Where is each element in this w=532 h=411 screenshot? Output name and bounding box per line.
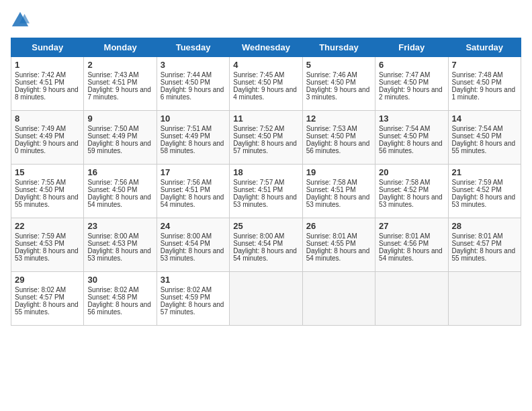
calendar-cell: 30Sunrise: 8:02 AMSunset: 4:58 PMDayligh…	[84, 272, 157, 326]
calendar-cell: 26Sunrise: 8:01 AMSunset: 4:55 PMDayligh…	[302, 218, 375, 272]
day-number: 25	[233, 221, 298, 231]
calendar-cell: 5Sunrise: 7:46 AMSunset: 4:50 PMDaylight…	[302, 57, 375, 111]
col-header-friday: Friday	[375, 38, 448, 57]
day-number: 9	[87, 113, 152, 124]
day-number: 3	[161, 60, 226, 70]
col-header-thursday: Thursday	[302, 38, 375, 57]
calendar-cell: 1Sunrise: 7:42 AMSunset: 4:51 PMDaylight…	[11, 57, 84, 111]
day-number: 29	[15, 275, 80, 285]
col-header-sunday: Sunday	[11, 38, 84, 57]
day-number: 22	[15, 221, 80, 231]
calendar-cell: 28Sunrise: 8:01 AMSunset: 4:57 PMDayligh…	[448, 218, 521, 272]
calendar-cell: 11Sunrise: 7:52 AMSunset: 4:50 PMDayligh…	[230, 111, 302, 165]
day-number: 11	[233, 113, 298, 124]
day-number: 27	[379, 221, 444, 231]
calendar-week-row: 8Sunrise: 7:49 AMSunset: 4:49 PMDaylight…	[11, 111, 521, 165]
day-info: Sunrise: 7:51 AMSunset: 4:49 PMDaylight:…	[161, 125, 224, 154]
calendar-cell: 2Sunrise: 7:43 AMSunset: 4:51 PMDaylight…	[84, 57, 157, 111]
day-number: 28	[452, 221, 517, 231]
day-info: Sunrise: 7:44 AMSunset: 4:50 PMDaylight:…	[161, 71, 224, 101]
day-number: 13	[379, 113, 444, 124]
day-number: 24	[161, 221, 226, 231]
calendar-cell: 3Sunrise: 7:44 AMSunset: 4:50 PMDaylight…	[157, 57, 229, 111]
day-info: Sunrise: 7:42 AMSunset: 4:51 PMDaylight:…	[15, 71, 79, 101]
day-number: 23	[87, 221, 152, 231]
calendar-week-row: 1Sunrise: 7:42 AMSunset: 4:51 PMDaylight…	[11, 57, 521, 111]
logo-icon	[11, 11, 30, 30]
page-header	[11, 11, 521, 30]
day-number: 1	[15, 60, 80, 70]
calendar-cell: 10Sunrise: 7:51 AMSunset: 4:49 PMDayligh…	[157, 111, 229, 165]
day-info: Sunrise: 7:52 AMSunset: 4:50 PMDaylight:…	[233, 125, 297, 154]
day-number: 7	[452, 60, 517, 70]
col-header-wednesday: Wednesday	[230, 38, 302, 57]
col-header-monday: Monday	[84, 38, 157, 57]
day-info: Sunrise: 7:58 AMSunset: 4:51 PMDaylight:…	[306, 179, 370, 208]
day-info: Sunrise: 7:59 AMSunset: 4:52 PMDaylight:…	[452, 179, 516, 208]
day-info: Sunrise: 7:53 AMSunset: 4:50 PMDaylight:…	[306, 125, 370, 154]
calendar-cell	[448, 272, 521, 326]
day-number: 6	[379, 60, 444, 70]
logo	[11, 11, 32, 30]
day-info: Sunrise: 8:02 AMSunset: 4:59 PMDaylight:…	[161, 286, 224, 316]
calendar-cell: 8Sunrise: 7:49 AMSunset: 4:49 PMDaylight…	[11, 111, 84, 165]
day-info: Sunrise: 8:01 AMSunset: 4:55 PMDaylight:…	[306, 232, 370, 262]
day-number: 15	[15, 167, 80, 177]
calendar-cell: 23Sunrise: 8:00 AMSunset: 4:53 PMDayligh…	[84, 218, 157, 272]
day-info: Sunrise: 8:02 AMSunset: 4:57 PMDaylight:…	[15, 286, 79, 316]
calendar-cell	[302, 272, 375, 326]
day-info: Sunrise: 7:54 AMSunset: 4:50 PMDaylight:…	[452, 125, 516, 154]
calendar-cell: 31Sunrise: 8:02 AMSunset: 4:59 PMDayligh…	[157, 272, 229, 326]
day-number: 2	[87, 60, 152, 70]
calendar-cell: 13Sunrise: 7:54 AMSunset: 4:50 PMDayligh…	[375, 111, 448, 165]
day-number: 17	[161, 167, 226, 177]
calendar-header-row: SundayMondayTuesdayWednesdayThursdayFrid…	[11, 38, 521, 57]
calendar-cell: 14Sunrise: 7:54 AMSunset: 4:50 PMDayligh…	[448, 111, 521, 165]
col-header-tuesday: Tuesday	[157, 38, 229, 57]
day-info: Sunrise: 8:01 AMSunset: 4:57 PMDaylight:…	[452, 232, 516, 262]
day-info: Sunrise: 8:00 AMSunset: 4:54 PMDaylight:…	[161, 232, 224, 262]
calendar-cell	[375, 272, 448, 326]
calendar-table: SundayMondayTuesdayWednesdayThursdayFrid…	[11, 38, 521, 326]
day-number: 26	[306, 221, 371, 231]
day-info: Sunrise: 7:56 AMSunset: 4:51 PMDaylight:…	[161, 179, 224, 208]
calendar-cell: 6Sunrise: 7:47 AMSunset: 4:50 PMDaylight…	[375, 57, 448, 111]
col-header-saturday: Saturday	[448, 38, 521, 57]
day-number: 14	[452, 113, 517, 124]
day-info: Sunrise: 7:55 AMSunset: 4:50 PMDaylight:…	[15, 179, 79, 208]
calendar-cell: 27Sunrise: 8:01 AMSunset: 4:56 PMDayligh…	[375, 218, 448, 272]
calendar-cell: 20Sunrise: 7:58 AMSunset: 4:52 PMDayligh…	[375, 165, 448, 218]
day-info: Sunrise: 7:59 AMSunset: 4:53 PMDaylight:…	[15, 232, 79, 262]
calendar-cell: 12Sunrise: 7:53 AMSunset: 4:50 PMDayligh…	[302, 111, 375, 165]
day-number: 19	[306, 167, 371, 177]
day-number: 16	[87, 167, 152, 177]
day-info: Sunrise: 7:58 AMSunset: 4:52 PMDaylight:…	[379, 179, 443, 208]
day-number: 12	[306, 113, 371, 124]
calendar-cell: 15Sunrise: 7:55 AMSunset: 4:50 PMDayligh…	[11, 165, 84, 218]
day-number: 20	[379, 167, 444, 177]
day-info: Sunrise: 7:46 AMSunset: 4:50 PMDaylight:…	[306, 71, 370, 101]
calendar-cell: 4Sunrise: 7:45 AMSunset: 4:50 PMDaylight…	[230, 57, 302, 111]
day-info: Sunrise: 8:01 AMSunset: 4:56 PMDaylight:…	[379, 232, 443, 262]
day-number: 4	[233, 60, 298, 70]
day-info: Sunrise: 8:00 AMSunset: 4:53 PMDaylight:…	[87, 232, 151, 262]
day-info: Sunrise: 8:00 AMSunset: 4:54 PMDaylight:…	[233, 232, 297, 262]
day-number: 8	[15, 113, 80, 124]
day-info: Sunrise: 8:02 AMSunset: 4:58 PMDaylight:…	[87, 286, 151, 316]
day-info: Sunrise: 7:47 AMSunset: 4:50 PMDaylight:…	[379, 71, 443, 101]
calendar-cell: 9Sunrise: 7:50 AMSunset: 4:49 PMDaylight…	[84, 111, 157, 165]
calendar-cell: 29Sunrise: 8:02 AMSunset: 4:57 PMDayligh…	[11, 272, 84, 326]
calendar-week-row: 22Sunrise: 7:59 AMSunset: 4:53 PMDayligh…	[11, 218, 521, 272]
day-info: Sunrise: 7:45 AMSunset: 4:50 PMDaylight:…	[233, 71, 297, 101]
day-number: 31	[161, 275, 226, 285]
calendar-cell: 7Sunrise: 7:48 AMSunset: 4:50 PMDaylight…	[448, 57, 521, 111]
day-info: Sunrise: 7:43 AMSunset: 4:51 PMDaylight:…	[87, 71, 151, 101]
day-info: Sunrise: 7:57 AMSunset: 4:51 PMDaylight:…	[233, 179, 297, 208]
calendar-cell: 24Sunrise: 8:00 AMSunset: 4:54 PMDayligh…	[157, 218, 229, 272]
day-info: Sunrise: 7:50 AMSunset: 4:49 PMDaylight:…	[87, 125, 151, 154]
day-info: Sunrise: 7:49 AMSunset: 4:49 PMDaylight:…	[15, 125, 79, 154]
calendar-cell: 18Sunrise: 7:57 AMSunset: 4:51 PMDayligh…	[230, 165, 302, 218]
day-info: Sunrise: 7:56 AMSunset: 4:50 PMDaylight:…	[87, 179, 151, 208]
day-info: Sunrise: 7:48 AMSunset: 4:50 PMDaylight:…	[452, 71, 516, 101]
calendar-cell: 22Sunrise: 7:59 AMSunset: 4:53 PMDayligh…	[11, 218, 84, 272]
